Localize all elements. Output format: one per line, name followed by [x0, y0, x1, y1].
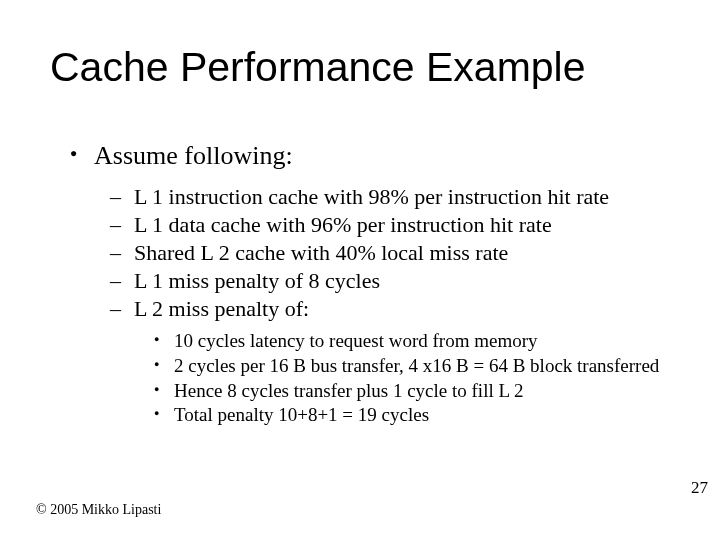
- copyright-footer: © 2005 Mikko Lipasti: [36, 502, 161, 518]
- shared-l2-cache-text: Shared L 2 cache with 40% local miss rat…: [134, 240, 508, 265]
- bullet-level3: Total penalty 10+8+1 = 19 cycles: [70, 403, 670, 428]
- total-penalty-text: Total penalty 10+8+1 = 19 cycles: [174, 404, 429, 425]
- bullet-level2: L 2 miss penalty of:: [70, 295, 670, 323]
- page-number: 27: [691, 478, 708, 498]
- l2-miss-penalty-text: L 2 miss penalty of:: [134, 296, 309, 321]
- bullet-level2: L 1 miss penalty of 8 cycles: [70, 267, 670, 295]
- slide: Cache Performance Example Assume followi…: [0, 0, 720, 540]
- bus-transfer-text: 2 cycles per 16 B bus transfer, 4 x16 B …: [174, 355, 659, 376]
- latency-10-cycles-text: 10 cycles latency to request word from m…: [174, 330, 538, 351]
- l1-instruction-cache-text: L 1 instruction cache with 98% per instr…: [134, 184, 609, 209]
- l1-miss-penalty-text: L 1 miss penalty of 8 cycles: [134, 268, 380, 293]
- sub-bullet-group: 10 cycles latency to request word from m…: [70, 329, 670, 428]
- l1-data-cache-text: L 1 data cache with 96% per instruction …: [134, 212, 552, 237]
- bullet-level3: 2 cycles per 16 B bus transfer, 4 x16 B …: [70, 354, 670, 379]
- slide-title: Cache Performance Example: [50, 44, 586, 91]
- bullet-level2: Shared L 2 cache with 40% local miss rat…: [70, 239, 670, 267]
- bullet-level3: Hence 8 cycles transfer plus 1 cycle to …: [70, 379, 670, 404]
- bullet-level3: 10 cycles latency to request word from m…: [70, 329, 670, 354]
- assume-following-text: Assume following:: [94, 141, 293, 170]
- bullet-level2: L 1 instruction cache with 98% per instr…: [70, 183, 670, 211]
- transfer-8-cycles-text: Hence 8 cycles transfer plus 1 cycle to …: [174, 380, 524, 401]
- slide-body: Assume following: L 1 instruction cache …: [70, 140, 670, 428]
- bullet-level1: Assume following:: [70, 140, 670, 173]
- bullet-level2: L 1 data cache with 96% per instruction …: [70, 211, 670, 239]
